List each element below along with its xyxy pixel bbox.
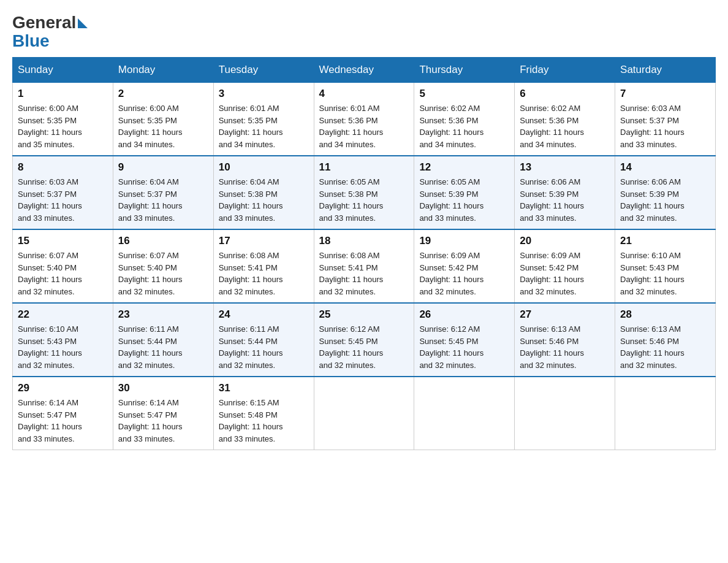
day-info: Sunrise: 6:12 AM Sunset: 5:45 PM Dayligh… — [419, 323, 509, 371]
calendar-cell: 8 Sunrise: 6:03 AM Sunset: 5:37 PM Dayli… — [13, 156, 113, 229]
day-info: Sunrise: 6:09 AM Sunset: 5:42 PM Dayligh… — [419, 250, 509, 297]
logo-blue: Blue — [12, 31, 88, 52]
day-info: Sunrise: 6:00 AM Sunset: 5:35 PM Dayligh… — [118, 102, 208, 150]
calendar-cell: 7 Sunrise: 6:03 AM Sunset: 5:37 PM Dayli… — [615, 83, 716, 156]
header-monday: Monday — [113, 58, 213, 83]
calendar-cell: 3 Sunrise: 6:01 AM Sunset: 5:35 PM Dayli… — [213, 83, 314, 156]
week-row-1: 1 Sunrise: 6:00 AM Sunset: 5:35 PM Dayli… — [13, 83, 716, 156]
day-number: 15 — [18, 235, 108, 247]
day-number: 21 — [620, 235, 710, 247]
day-info: Sunrise: 6:10 AM Sunset: 5:43 PM Dayligh… — [18, 323, 108, 371]
calendar-cell — [314, 377, 414, 450]
header-tuesday: Tuesday — [213, 58, 314, 83]
calendar-cell: 24 Sunrise: 6:11 AM Sunset: 5:44 PM Dayl… — [213, 303, 314, 377]
day-info: Sunrise: 6:03 AM Sunset: 5:37 PM Dayligh… — [18, 176, 108, 224]
day-number: 28 — [620, 308, 710, 321]
day-info: Sunrise: 6:04 AM Sunset: 5:37 PM Dayligh… — [118, 176, 208, 224]
day-number: 5 — [419, 88, 509, 100]
week-row-4: 22 Sunrise: 6:10 AM Sunset: 5:43 PM Dayl… — [13, 303, 716, 377]
day-number: 3 — [219, 88, 309, 100]
calendar-cell: 14 Sunrise: 6:06 AM Sunset: 5:39 PM Dayl… — [615, 156, 716, 229]
calendar-cell: 1 Sunrise: 6:00 AM Sunset: 5:35 PM Dayli… — [13, 83, 113, 156]
calendar-cell: 23 Sunrise: 6:11 AM Sunset: 5:44 PM Dayl… — [113, 303, 213, 377]
day-number: 30 — [118, 382, 208, 394]
day-info: Sunrise: 6:14 AM Sunset: 5:47 PM Dayligh… — [18, 397, 108, 445]
day-number: 2 — [118, 88, 208, 100]
day-info: Sunrise: 6:06 AM Sunset: 5:39 PM Dayligh… — [520, 176, 610, 224]
header-saturday: Saturday — [615, 58, 716, 83]
day-number: 10 — [219, 161, 309, 174]
calendar-cell — [615, 377, 716, 450]
day-number: 27 — [520, 308, 610, 321]
day-info: Sunrise: 6:11 AM Sunset: 5:44 PM Dayligh… — [219, 323, 309, 371]
week-row-2: 8 Sunrise: 6:03 AM Sunset: 5:37 PM Dayli… — [13, 156, 716, 229]
calendar-cell: 31 Sunrise: 6:15 AM Sunset: 5:48 PM Dayl… — [213, 377, 314, 450]
header-thursday: Thursday — [414, 58, 515, 83]
day-number: 22 — [18, 308, 108, 321]
calendar-cell: 6 Sunrise: 6:02 AM Sunset: 5:36 PM Dayli… — [515, 83, 615, 156]
day-number: 23 — [118, 308, 208, 321]
day-info: Sunrise: 6:03 AM Sunset: 5:37 PM Dayligh… — [620, 102, 710, 150]
day-info: Sunrise: 6:01 AM Sunset: 5:35 PM Dayligh… — [219, 102, 309, 150]
day-info: Sunrise: 6:07 AM Sunset: 5:40 PM Dayligh… — [118, 250, 208, 297]
day-info: Sunrise: 6:10 AM Sunset: 5:43 PM Dayligh… — [620, 250, 710, 297]
day-number: 13 — [520, 161, 610, 174]
day-info: Sunrise: 6:02 AM Sunset: 5:36 PM Dayligh… — [419, 102, 509, 150]
week-row-3: 15 Sunrise: 6:07 AM Sunset: 5:40 PM Dayl… — [13, 229, 716, 303]
calendar-cell: 17 Sunrise: 6:08 AM Sunset: 5:41 PM Dayl… — [213, 229, 314, 303]
day-info: Sunrise: 6:08 AM Sunset: 5:41 PM Dayligh… — [219, 250, 309, 297]
day-number: 24 — [219, 308, 309, 321]
calendar-cell: 10 Sunrise: 6:04 AM Sunset: 5:38 PM Dayl… — [213, 156, 314, 229]
day-number: 8 — [18, 161, 108, 174]
day-number: 17 — [219, 235, 309, 247]
day-info: Sunrise: 6:15 AM Sunset: 5:48 PM Dayligh… — [219, 397, 309, 445]
calendar-cell: 16 Sunrise: 6:07 AM Sunset: 5:40 PM Dayl… — [113, 229, 213, 303]
day-info: Sunrise: 6:05 AM Sunset: 5:38 PM Dayligh… — [319, 176, 409, 224]
calendar-cell: 28 Sunrise: 6:13 AM Sunset: 5:46 PM Dayl… — [615, 303, 716, 377]
day-number: 18 — [319, 235, 409, 247]
header-friday: Friday — [515, 58, 615, 83]
calendar-cell: 20 Sunrise: 6:09 AM Sunset: 5:42 PM Dayl… — [515, 229, 615, 303]
day-number: 20 — [520, 235, 610, 247]
day-number: 19 — [419, 235, 509, 247]
calendar-cell: 26 Sunrise: 6:12 AM Sunset: 5:45 PM Dayl… — [414, 303, 515, 377]
calendar-cell: 27 Sunrise: 6:13 AM Sunset: 5:46 PM Dayl… — [515, 303, 615, 377]
day-info: Sunrise: 6:06 AM Sunset: 5:39 PM Dayligh… — [620, 176, 710, 224]
day-info: Sunrise: 6:05 AM Sunset: 5:39 PM Dayligh… — [419, 176, 509, 224]
calendar-cell: 13 Sunrise: 6:06 AM Sunset: 5:39 PM Dayl… — [515, 156, 615, 229]
calendar-cell: 5 Sunrise: 6:02 AM Sunset: 5:36 PM Dayli… — [414, 83, 515, 156]
calendar-cell: 29 Sunrise: 6:14 AM Sunset: 5:47 PM Dayl… — [13, 377, 113, 450]
calendar-cell: 18 Sunrise: 6:08 AM Sunset: 5:41 PM Dayl… — [314, 229, 414, 303]
calendar-cell — [414, 377, 515, 450]
day-number: 4 — [319, 88, 409, 100]
logo-general: General — [12, 12, 76, 33]
day-number: 16 — [118, 235, 208, 247]
day-info: Sunrise: 6:02 AM Sunset: 5:36 PM Dayligh… — [520, 102, 610, 150]
calendar-cell: 25 Sunrise: 6:12 AM Sunset: 5:45 PM Dayl… — [314, 303, 414, 377]
day-number: 26 — [419, 308, 509, 321]
page-header: General Blue — [12, 12, 716, 51]
calendar-cell — [515, 377, 615, 450]
calendar-cell: 4 Sunrise: 6:01 AM Sunset: 5:36 PM Dayli… — [314, 83, 414, 156]
day-number: 25 — [319, 308, 409, 321]
calendar-cell: 15 Sunrise: 6:07 AM Sunset: 5:40 PM Dayl… — [13, 229, 113, 303]
day-number: 12 — [419, 161, 509, 174]
day-number: 31 — [219, 382, 309, 394]
day-number: 14 — [620, 161, 710, 174]
day-info: Sunrise: 6:12 AM Sunset: 5:45 PM Dayligh… — [319, 323, 409, 371]
calendar-cell: 9 Sunrise: 6:04 AM Sunset: 5:37 PM Dayli… — [113, 156, 213, 229]
calendar-cell: 22 Sunrise: 6:10 AM Sunset: 5:43 PM Dayl… — [13, 303, 113, 377]
day-info: Sunrise: 6:04 AM Sunset: 5:38 PM Dayligh… — [219, 176, 309, 224]
calendar-cell: 11 Sunrise: 6:05 AM Sunset: 5:38 PM Dayl… — [314, 156, 414, 229]
day-info: Sunrise: 6:09 AM Sunset: 5:42 PM Dayligh… — [520, 250, 610, 297]
day-number: 29 — [18, 382, 108, 394]
day-info: Sunrise: 6:01 AM Sunset: 5:36 PM Dayligh… — [319, 102, 409, 150]
day-info: Sunrise: 6:07 AM Sunset: 5:40 PM Dayligh… — [18, 250, 108, 297]
day-number: 11 — [319, 161, 409, 174]
day-number: 9 — [118, 161, 208, 174]
day-info: Sunrise: 6:08 AM Sunset: 5:41 PM Dayligh… — [319, 250, 409, 297]
day-number: 1 — [18, 88, 108, 100]
day-info: Sunrise: 6:00 AM Sunset: 5:35 PM Dayligh… — [18, 102, 108, 150]
calendar-cell: 21 Sunrise: 6:10 AM Sunset: 5:43 PM Dayl… — [615, 229, 716, 303]
calendar-table: SundayMondayTuesdayWednesdayThursdayFrid… — [12, 57, 716, 450]
